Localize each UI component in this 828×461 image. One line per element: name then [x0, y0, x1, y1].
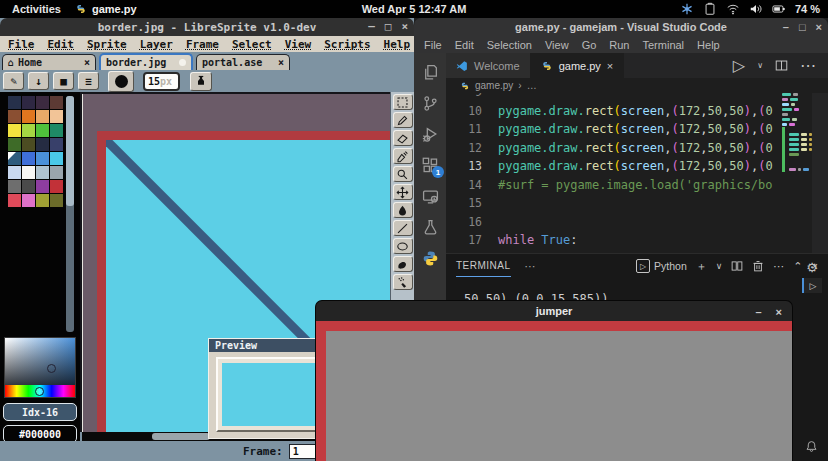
pencil-tool[interactable]: [393, 112, 413, 128]
split-editor-icon[interactable]: [775, 59, 788, 72]
editor-more-icon[interactable]: ⋯: [800, 56, 816, 75]
palette-swatch[interactable]: [50, 180, 63, 193]
activities-button[interactable]: Activities: [12, 3, 61, 15]
close-button[interactable]: ×: [401, 18, 408, 36]
menu-frame[interactable]: Frame: [186, 38, 219, 51]
palette-swatch[interactable]: [36, 124, 49, 137]
palette-swatch[interactable]: [50, 96, 63, 109]
palette-swatch[interactable]: [22, 166, 35, 179]
tray-app-icon[interactable]: [680, 2, 694, 16]
palette-swatch[interactable]: [50, 138, 63, 151]
close-button[interactable]: ×: [816, 18, 822, 36]
palette-swatch[interactable]: [36, 138, 49, 151]
notifications-bell[interactable]: [805, 440, 818, 453]
menu-edit[interactable]: Edit: [48, 38, 75, 51]
close-icon[interactable]: ×: [278, 57, 284, 68]
eraser-tool[interactable]: [393, 130, 413, 146]
palette-swatch[interactable]: [50, 110, 63, 123]
breadcrumb-file[interactable]: game.py: [475, 80, 513, 91]
close-button[interactable]: ×: [776, 306, 782, 318]
jumper-titlebar[interactable]: jumper – ×: [315, 300, 793, 321]
palette-swatch[interactable]: [22, 194, 35, 207]
menu-selection[interactable]: Selection: [487, 39, 532, 51]
menu-help[interactable]: Help: [697, 39, 720, 51]
run-button[interactable]: ▷: [733, 56, 745, 75]
focused-app-button[interactable]: game.py: [75, 3, 137, 15]
menu-file[interactable]: File: [424, 39, 442, 51]
palette-swatch[interactable]: [8, 194, 21, 207]
freehand-ink-button[interactable]: ✎: [3, 72, 24, 90]
palette-scrollbar[interactable]: [66, 96, 74, 332]
activity-extensions[interactable]: 1: [418, 154, 442, 176]
palette-swatch[interactable]: [50, 124, 63, 137]
menu-layer[interactable]: Layer: [140, 38, 173, 51]
contour-tool[interactable]: [393, 256, 413, 272]
editor-tab-game-py[interactable]: game.py×: [531, 53, 625, 78]
maximize-button[interactable]: □: [385, 18, 392, 36]
palette-swatch[interactable]: [50, 166, 63, 179]
vscode-titlebar[interactable]: game.py - gamejam - Visual Studio Code –…: [414, 18, 828, 36]
palette-swatch[interactable]: [22, 124, 35, 137]
document-tab-border-jpg[interactable]: border.jpg: [99, 53, 193, 70]
palette-swatch[interactable]: [22, 152, 35, 165]
activity-source-control[interactable]: [418, 92, 442, 114]
clipboard-icon[interactable]: [703, 2, 717, 16]
breadcrumb[interactable]: game.py › …: [446, 78, 828, 93]
eyedropper-tool[interactable]: [393, 148, 413, 164]
palette-swatch[interactable]: [8, 96, 21, 109]
libresprite-titlebar[interactable]: border.jpg - LibreSprite v1.0-dev – □ ×: [0, 18, 414, 36]
menu-file[interactable]: File: [8, 38, 35, 51]
tab-terminal[interactable]: TERMINAL: [456, 255, 511, 277]
system-tray[interactable]: 74 %: [680, 2, 828, 16]
menu-terminal[interactable]: Terminal: [643, 39, 685, 51]
palette-swatch[interactable]: [8, 180, 21, 193]
terminal-list-item[interactable]: ▷: [802, 278, 822, 293]
menu-view[interactable]: View: [545, 39, 569, 51]
palette-swatch[interactable]: [8, 110, 21, 123]
menu-scripts[interactable]: Scripts: [324, 38, 370, 51]
line-tool[interactable]: [393, 220, 413, 236]
drop-tool-button[interactable]: ↓: [28, 72, 49, 90]
more-actions-icon[interactable]: ⋯: [773, 260, 784, 273]
activity-testing[interactable]: [418, 216, 442, 238]
palette-scrollbar-thumb[interactable]: [66, 96, 74, 206]
hue-strip[interactable]: [5, 385, 75, 397]
hscroll-thumb[interactable]: [152, 433, 210, 440]
palette-swatch[interactable]: [22, 180, 35, 193]
menu-go[interactable]: Go: [582, 39, 597, 51]
close-icon[interactable]: ×: [84, 57, 90, 68]
palette-swatch[interactable]: [22, 110, 35, 123]
gear-icon[interactable]: ⚙: [806, 260, 818, 275]
palette-swatch[interactable]: [8, 166, 21, 179]
clock[interactable]: Wed Apr 5 12:47 AM: [362, 3, 467, 15]
palette-index-button[interactable]: Idx-16: [3, 403, 77, 421]
menu-help[interactable]: Help: [384, 38, 411, 51]
move-tool[interactable]: [393, 184, 413, 200]
menu-run[interactable]: Run: [609, 39, 629, 51]
palette-swatch[interactable]: [50, 152, 63, 165]
ellipse-tool[interactable]: [393, 238, 413, 254]
close-icon[interactable]: ×: [607, 60, 613, 72]
document-tab-portal-ase[interactable]: portal.ase×: [196, 54, 290, 70]
palette-swatch[interactable]: [36, 110, 49, 123]
zoom-tool[interactable]: [393, 166, 413, 182]
fill-tool[interactable]: [393, 202, 413, 218]
activity-explorer[interactable]: [418, 61, 442, 83]
minimap[interactable]: [782, 93, 812, 185]
palette-swatch[interactable]: [50, 194, 63, 207]
activity-remote[interactable]: [418, 185, 442, 207]
menu-select[interactable]: Select: [232, 38, 272, 51]
palette-swatch[interactable]: [36, 166, 49, 179]
palette-swatch[interactable]: [8, 138, 21, 151]
panel-more-icon[interactable]: ⋯: [525, 260, 536, 273]
palette-swatch[interactable]: [36, 180, 49, 193]
ink-options-button[interactable]: [190, 72, 212, 91]
split-terminal-icon[interactable]: [731, 260, 743, 272]
brush-size-input[interactable]: 15px: [143, 72, 180, 91]
minimize-button[interactable]: –: [755, 306, 761, 318]
run-dropdown-icon[interactable]: ∨: [757, 61, 763, 70]
code-editor[interactable]: 910pygame.draw.rect(screen,(172,50,50),(…: [446, 93, 828, 253]
hue-marker[interactable]: [35, 387, 44, 396]
jumper-game-surface[interactable]: [315, 321, 793, 461]
rect-select-tool[interactable]: [393, 94, 413, 110]
